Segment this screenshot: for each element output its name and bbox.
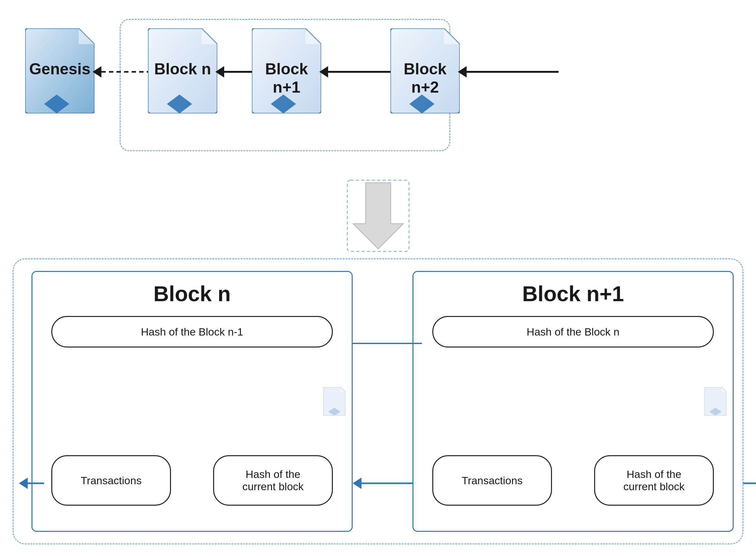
arrow-n1-right	[743, 477, 756, 491]
svg-marker-16	[19, 478, 28, 489]
arrow-n1-to-n-hash	[353, 477, 422, 491]
hash-connector-line	[353, 337, 422, 351]
svg-marker-4	[215, 66, 224, 78]
svg-marker-14	[353, 183, 403, 249]
block-n1-label: Block n+1	[252, 60, 321, 96]
block-n-icon: Block n	[148, 28, 217, 113]
block-n-label: Block n	[148, 60, 217, 78]
bottom-section: Block n Hash of the Block n-1 Transactio…	[12, 258, 744, 545]
block-n-transactions-pill: Transactions	[51, 455, 171, 506]
down-arrow-container	[347, 180, 410, 252]
arrow-n2-to-n1	[458, 65, 521, 79]
block-n1-icon: Block n+1	[252, 28, 321, 113]
doc-fold-n1	[704, 387, 726, 415]
block-n2-icon: Block n+2	[390, 28, 460, 113]
block-n1-detail-title: Block n+1	[413, 281, 733, 306]
block-n-transactions-label: Transactions	[81, 474, 141, 487]
block-n1-current-hash-label: Hash of the current block	[624, 468, 685, 493]
svg-marker-10	[458, 66, 467, 78]
diagram-container: Genesis	[0, 0, 756, 557]
block-n1-transactions-pill: Transactions	[432, 455, 552, 506]
arrow-n-to-genesis	[215, 65, 256, 79]
block-n1-current-hash-pill: Hash of the current block	[594, 455, 714, 506]
svg-marker-1	[93, 66, 101, 78]
block-n1-prev-hash-pill: Hash of the Block n	[432, 316, 714, 348]
block-n-current-hash-label: Hash of the current block	[243, 468, 304, 493]
arrow-head-genesis	[93, 65, 156, 79]
block-n-current-hash-pill: Hash of the current block	[213, 455, 333, 506]
svg-marker-18	[353, 478, 361, 489]
block-n-detail-box: Block n Hash of the Block n-1 Transactio…	[31, 271, 353, 532]
block-n-detail-title: Block n	[32, 281, 352, 306]
arrow-n-left	[19, 477, 44, 491]
doc-fold-n	[323, 387, 345, 415]
top-section: Genesis	[12, 12, 744, 189]
svg-marker-7	[319, 66, 328, 78]
block-n-prev-hash-label: Hash of the Block n-1	[141, 326, 243, 338]
block-n1-prev-hash-label: Hash of the Block n	[527, 326, 620, 338]
arrow-from-right	[521, 65, 559, 79]
genesis-label: Genesis	[25, 60, 94, 78]
block-n-prev-hash-pill: Hash of the Block n-1	[51, 316, 333, 348]
block-n1-detail-box: Block n+1 Hash of the Block n Transactio…	[412, 271, 734, 532]
block-n2-label: Block n+2	[390, 60, 460, 96]
block-n1-transactions-label: Transactions	[462, 474, 523, 487]
arrow-n1-to-n	[319, 65, 394, 79]
genesis-block-icon: Genesis	[25, 28, 94, 113]
